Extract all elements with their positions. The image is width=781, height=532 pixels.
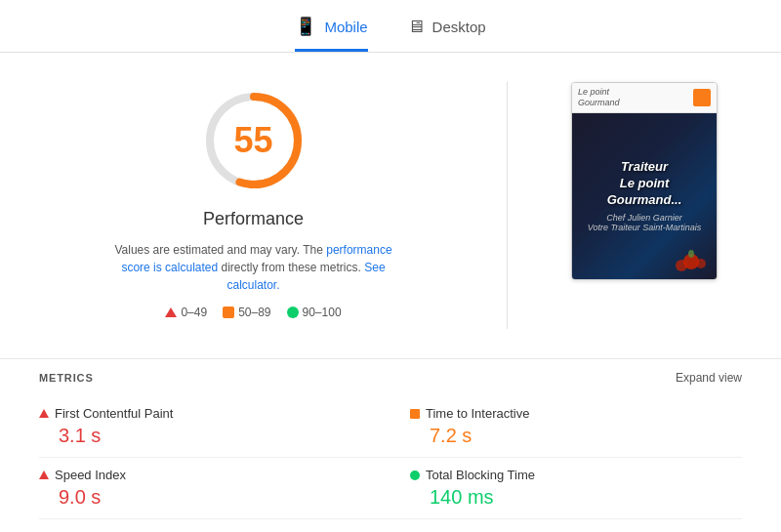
metric-si: Speed Index 9.0 s — [39, 458, 390, 519]
tab-desktop[interactable]: 🖥 Desktop — [407, 16, 486, 52]
title-line2: Le point — [620, 176, 670, 190]
score-section: 55 Performance Values are estimated and … — [39, 72, 468, 339]
expand-view-button[interactable]: Expand view — [676, 371, 742, 385]
metric-si-label: Speed Index — [55, 468, 126, 482]
metric-tbt-label-row: Total Blocking Time — [410, 468, 742, 482]
legend-icon-green — [287, 307, 299, 318]
mobile-icon: 📱 — [295, 16, 316, 37]
metric-tti-value: 7.2 s — [430, 425, 742, 447]
legend-label-green: 90–100 — [303, 306, 342, 319]
legend-item-orange: 50–89 — [223, 306, 270, 319]
tab-mobile-label: Mobile — [324, 19, 367, 35]
tab-desktop-label: Desktop — [432, 19, 486, 35]
metrics-header: METRICS Expand view — [39, 371, 742, 385]
score-note: Values are estimated and may vary. The p… — [107, 241, 400, 294]
indicator-red-fcp — [39, 409, 49, 418]
title-line3: Gourmand... — [607, 192, 682, 207]
metrics-grid: First Contentful Paint 3.1 s Time to Int… — [39, 396, 742, 532]
indicator-orange-tti — [410, 409, 420, 419]
svg-point-3 — [676, 260, 687, 271]
screenshot-orange-box — [693, 89, 711, 106]
legend-icon-orange — [223, 307, 234, 318]
tab-mobile[interactable]: 📱 Mobile — [295, 16, 367, 52]
score-value: 55 — [233, 120, 272, 161]
legend-label-orange: 50–89 — [238, 306, 270, 319]
screenshot-title: Traiteur Le point Gourmand... — [588, 159, 702, 209]
metric-fcp: First Contentful Paint 3.1 s — [39, 396, 390, 458]
score-note-prefix: Values are estimated and may vary. The — [114, 243, 326, 257]
metric-tti-label-row: Time to Interactive — [410, 406, 742, 421]
metric-fcp-value: 3.1 s — [59, 425, 351, 447]
metric-tbt-label: Total Blocking Time — [426, 468, 535, 482]
metrics-title: METRICS — [39, 372, 94, 384]
website-screenshot: Le point Gourmand Traiteur Le point Gour… — [571, 82, 718, 280]
main-content: 55 Performance Values are estimated and … — [0, 53, 781, 359]
legend-item-green: 90–100 — [287, 306, 342, 319]
performance-label: Performance — [203, 209, 304, 229]
screenshot-section: Le point Gourmand Traiteur Le point Gour… — [547, 72, 742, 339]
tab-bar: 📱 Mobile 🖥 Desktop — [0, 0, 781, 53]
metric-si-label-row: Speed Index — [39, 468, 351, 482]
desktop-icon: 🖥 — [407, 17, 425, 37]
screenshot-logo: Le point Gourmand — [578, 87, 620, 108]
svg-point-5 — [688, 250, 694, 258]
metric-si-value: 9.0 s — [59, 486, 351, 509]
legend-label-red: 0–49 — [181, 306, 207, 319]
indicator-green-tbt — [410, 471, 420, 480]
screenshot-header: Le point Gourmand — [572, 83, 717, 113]
tomato-decoration — [672, 244, 711, 273]
logo-line1: Le point — [578, 87, 620, 98]
metric-lcp: Largest Contentful Paint 8.8 s — [39, 519, 390, 532]
metrics-section: METRICS Expand view First Contentful Pai… — [0, 359, 781, 532]
metric-tbt-value: 140 ms — [430, 486, 742, 509]
legend-icon-red — [165, 307, 177, 317]
vertical-divider — [507, 82, 508, 329]
performance-gauge: 55 — [195, 82, 312, 199]
metric-tti: Time to Interactive 7.2 s — [390, 396, 742, 458]
indicator-red-si — [39, 471, 49, 479]
metric-cls: Cumulative Layout Shift 0 — [390, 519, 742, 532]
metric-fcp-label: First Contentful Paint — [55, 406, 173, 421]
metric-tti-label: Time to Interactive — [426, 406, 529, 421]
screenshot-text-overlay: Traiteur Le point Gourmand... Chef Julie… — [578, 149, 712, 242]
logo-line2: Gourmand — [578, 98, 620, 108]
title-line1: Traiteur — [621, 159, 668, 174]
score-note-middle: directly from these metrics. — [218, 261, 364, 274]
metric-tbt: Total Blocking Time 140 ms — [390, 458, 742, 519]
legend-item-red: 0–49 — [165, 306, 207, 319]
metric-fcp-label-row: First Contentful Paint — [39, 406, 351, 421]
svg-point-4 — [696, 259, 706, 268]
screenshot-image: Traiteur Le point Gourmand... Chef Julie… — [572, 113, 717, 279]
score-legend: 0–49 50–89 90–100 — [165, 306, 341, 319]
screenshot-subtitle: Chef Julien GarnierVotre Traiteur Saint-… — [588, 213, 702, 232]
